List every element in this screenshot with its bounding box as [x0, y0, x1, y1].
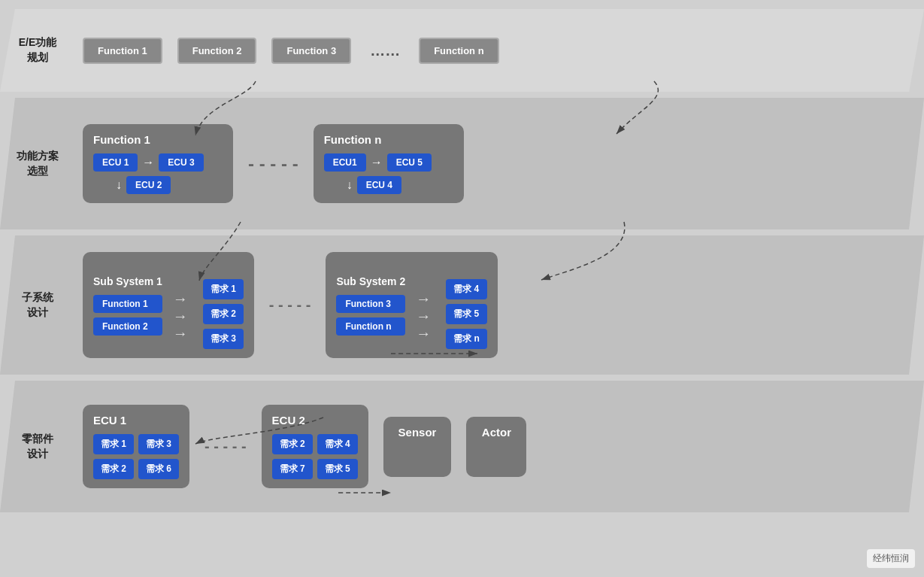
watermark-text: 经纬恒润 [873, 553, 909, 563]
fg1-title: Function 1 [93, 133, 223, 146]
ecu1-title: ECU 1 [93, 414, 179, 427]
ecu-dots-separator: - - - - - [204, 438, 247, 455]
ecu-group-1: ECU 1 需求 1 需求 3 需求 2 需求 6 [83, 405, 189, 488]
ss1-req2: 需求 2 [203, 304, 244, 324]
ecu2-req7: 需求 7 [272, 459, 313, 479]
dots-1: …… [370, 42, 400, 59]
func-box-n: Function n [419, 38, 498, 64]
ecu1-req3: 需求 3 [138, 434, 179, 454]
dots-between-groups: - - - - - [248, 153, 298, 175]
fgn-ecu-row2: ↓ ECU 4 [347, 176, 453, 194]
ecu2-req-grid: 需求 2 需求 4 需求 7 需求 5 [272, 434, 358, 479]
fgn-ecu5: ECU 5 [387, 153, 432, 172]
sensor-box: Sensor [383, 417, 452, 477]
row3-label: 子系统设计 [0, 290, 68, 320]
row1-content: Function 1 Function 2 Function 3 …… Func… [68, 30, 924, 71]
func-box-3: Function 3 [271, 38, 351, 64]
ss2-right: 需求 4 需求 5 需求 n [446, 279, 487, 349]
row-subsystem: 子系统设计 Sub System 1 Function 1 Function 2… [0, 235, 924, 375]
fgn-title: Function n [324, 133, 453, 146]
arrow-2: ↓ [116, 178, 122, 192]
row4-content: ECU 1 需求 1 需求 3 需求 2 需求 6 - - - - - ECU … [68, 397, 924, 496]
ss2-req4: 需求 4 [446, 279, 487, 299]
ecu1-req-grid: 需求 1 需求 3 需求 2 需求 6 [93, 434, 179, 479]
fg1-ecu2: ECU 2 [126, 176, 171, 194]
ss1-func2: Function 2 [93, 317, 162, 336]
ss2-req5: 需求 5 [446, 304, 487, 324]
ecu2-req2: 需求 2 [272, 434, 313, 454]
subsystem-group-2: Sub System 2 Function 3 Function n →→→ 需… [326, 252, 498, 358]
ecu1-req6: 需求 6 [138, 459, 179, 479]
func-box-1: Function 1 [83, 38, 162, 64]
row1-label: E/E功能规划 [0, 35, 68, 65]
fg1-ecu-row2: ↓ ECU 2 [116, 176, 223, 194]
arrow-4: ↓ [347, 178, 353, 192]
actor-label: Actor [482, 426, 511, 439]
func-box-2: Function 2 [177, 38, 257, 64]
row2-label: 功能方案选型 [0, 149, 68, 178]
ss2-title: Sub System 2 [336, 275, 405, 287]
ss2-reqn: 需求 n [446, 329, 487, 349]
ss2-func3: Function 3 [336, 295, 405, 313]
ss1-req1: 需求 1 [203, 279, 244, 299]
fg1-ecu-row1: ECU 1 → ECU 3 [93, 153, 223, 172]
sensor-label: Sensor [398, 426, 437, 439]
row-ee-planning: E/E功能规划 Function 1 Function 2 Function 3… [0, 9, 924, 92]
ss1-title: Sub System 1 [93, 275, 162, 287]
fg1-ecu1: ECU 1 [93, 153, 138, 172]
ecu2-req5: 需求 5 [317, 459, 358, 479]
row-function-plan: 功能方案选型 Function 1 ECU 1 → ECU 3 ↓ ECU 2 … [0, 98, 924, 229]
fgn-ecu4: ECU 4 [357, 176, 401, 194]
ss2-arrows: →→→ [416, 290, 431, 342]
row2-content: Function 1 ECU 1 → ECU 3 ↓ ECU 2 - - - -… [68, 117, 924, 211]
ss2-funcn: Function n [336, 317, 405, 336]
ecu1-req1: 需求 1 [93, 434, 134, 454]
subsystem-group-1: Sub System 1 Function 1 Function 2 →→→ 需… [83, 252, 254, 358]
fgn-ecu-row1: ECU1 → ECU 5 [324, 153, 453, 172]
ecu-group-2: ECU 2 需求 2 需求 4 需求 7 需求 5 [262, 405, 368, 488]
ecu1-req2: 需求 2 [93, 459, 134, 479]
function-group-1: Function 1 ECU 1 → ECU 3 ↓ ECU 2 [83, 124, 233, 203]
ss1-right: 需求 1 需求 2 需求 3 [203, 279, 244, 349]
function-group-n: Function n ECU1 → ECU 5 ↓ ECU 4 [314, 124, 464, 203]
ss1-func1: Function 1 [93, 295, 162, 313]
ss-dots-separator: - - - - - [269, 296, 311, 314]
row-component: 零部件设计 ECU 1 需求 1 需求 3 需求 2 需求 6 - - - - … [0, 381, 924, 512]
fg1-ecu3: ECU 3 [159, 153, 203, 172]
row4-label: 零部件设计 [0, 432, 68, 461]
arrow-1: → [142, 156, 154, 169]
actor-box: Actor [466, 417, 526, 477]
ss1-left: Sub System 1 Function 1 Function 2 [93, 275, 162, 336]
row3-content: Sub System 1 Function 1 Function 2 →→→ 需… [68, 244, 924, 366]
ss1-arrows: →→→ [173, 290, 188, 342]
ecu2-title: ECU 2 [272, 414, 358, 427]
ecu2-req4: 需求 4 [317, 434, 358, 454]
diagram-container: E/E功能规划 Function 1 Function 2 Function 3… [0, 0, 924, 577]
ss1-req3: 需求 3 [203, 329, 244, 349]
arrow-3: → [371, 156, 383, 169]
fgn-ecu1: ECU1 [324, 153, 366, 172]
ss2-left: Sub System 2 Function 3 Function n [336, 275, 405, 336]
watermark: 经纬恒润 [867, 549, 915, 568]
